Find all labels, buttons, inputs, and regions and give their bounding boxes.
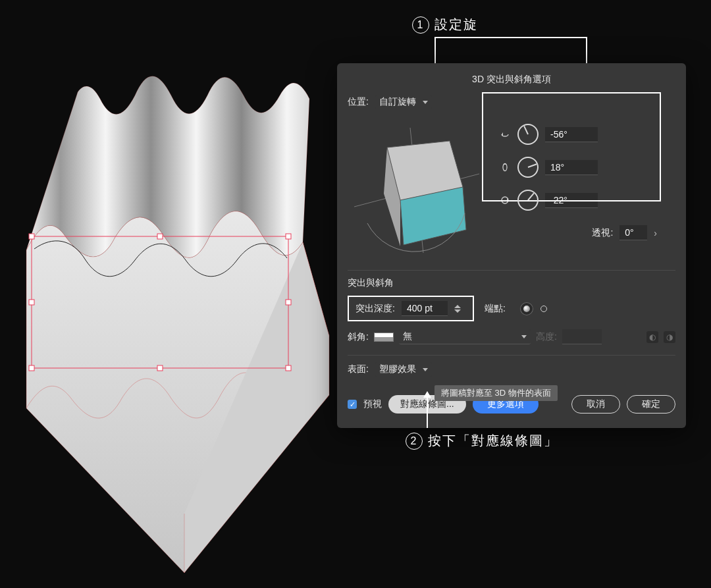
annotation-number-2: 2 [406, 433, 423, 450]
bevel-direction-icons: ◐ ◑ [646, 331, 675, 343]
cap-on-icon[interactable] [520, 302, 533, 315]
annotation-number-1: 1 [412, 16, 429, 34]
canvas-artwork [0, 0, 362, 588]
chevron-down-icon [423, 368, 428, 371]
svg-rect-4 [29, 300, 34, 305]
height-label: 高度: [536, 331, 557, 343]
ok-button[interactable]: 確定 [627, 395, 675, 414]
svg-point-16 [503, 164, 507, 171]
cancel-button[interactable]: 取消 [571, 395, 620, 414]
annotation-text-1: 設定旋 [434, 16, 478, 34]
rotate-x-input[interactable] [545, 127, 598, 142]
divider [348, 355, 675, 356]
chevron-down-icon [423, 101, 428, 104]
cap-off-icon[interactable] [537, 302, 550, 315]
preview-checkbox[interactable]: ✓ [348, 400, 357, 409]
depth-highlight-box: 突出深度: [348, 296, 474, 321]
bevel-value: 無 [403, 331, 412, 342]
rotate-y-dial[interactable] [517, 157, 539, 178]
annotation-2: 2 按下「對應線條圖」 [406, 432, 558, 450]
position-row: 位置: 自訂旋轉 [348, 95, 675, 109]
rotate-x-icon [499, 128, 511, 140]
bevel-out-icon[interactable]: ◑ [664, 331, 675, 343]
perspective-input[interactable] [619, 225, 647, 240]
preview-label: 預視 [363, 398, 382, 410]
rotate-z-dial[interactable] [517, 190, 539, 211]
bevel-in-icon[interactable]: ◐ [646, 331, 658, 343]
height-input [562, 329, 602, 344]
dialog-title: 3D 突出與斜角選項 [348, 72, 675, 95]
depth-input[interactable] [402, 301, 448, 316]
bevel-swatch [374, 333, 394, 342]
surface-select[interactable]: 塑膠效果 [375, 362, 432, 377]
map-art-tooltip: 將圖稿對應至 3D 物件的表面 [434, 385, 558, 401]
rotation-cube-preview[interactable] [348, 115, 486, 259]
rotation-controls: 透視: › [499, 115, 675, 259]
extrude-bevel-dialog: 3D 突出與斜角選項 位置: 自訂旋轉 [337, 63, 686, 428]
bevel-label: 斜角: [348, 331, 369, 343]
position-value: 自訂旋轉 [379, 96, 416, 108]
svg-rect-2 [157, 234, 163, 239]
position-label: 位置: [348, 96, 369, 108]
divider [348, 270, 675, 271]
cap-label: 端點: [485, 303, 506, 315]
svg-rect-7 [157, 365, 163, 371]
rotate-z-icon [499, 194, 511, 206]
rotate-y-icon [499, 161, 511, 173]
surface-label: 表面: [348, 363, 369, 375]
chevron-down-icon [521, 335, 527, 338]
rotate-z-input[interactable] [545, 193, 598, 208]
surface-value: 塑膠效果 [379, 363, 416, 375]
depth-stepper[interactable] [454, 305, 466, 313]
svg-rect-3 [286, 234, 291, 239]
perspective-stepper[interactable]: › [654, 228, 657, 238]
extrude-section-label: 突出與斜角 [348, 277, 675, 289]
bevel-select[interactable]: 無 [399, 329, 531, 344]
svg-rect-8 [286, 365, 291, 371]
rotate-y-input[interactable] [545, 160, 598, 175]
perspective-label: 透視: [592, 227, 613, 239]
svg-rect-5 [286, 300, 291, 305]
position-select[interactable]: 自訂旋轉 [375, 95, 432, 109]
svg-rect-1 [29, 234, 34, 239]
depth-label: 突出深度: [356, 303, 395, 315]
svg-rect-6 [29, 365, 34, 371]
rotate-x-dial[interactable] [517, 124, 539, 145]
annotation-1: 1 設定旋 [412, 16, 478, 34]
annotation-text-2: 按下「對應線條圖」 [428, 432, 558, 450]
